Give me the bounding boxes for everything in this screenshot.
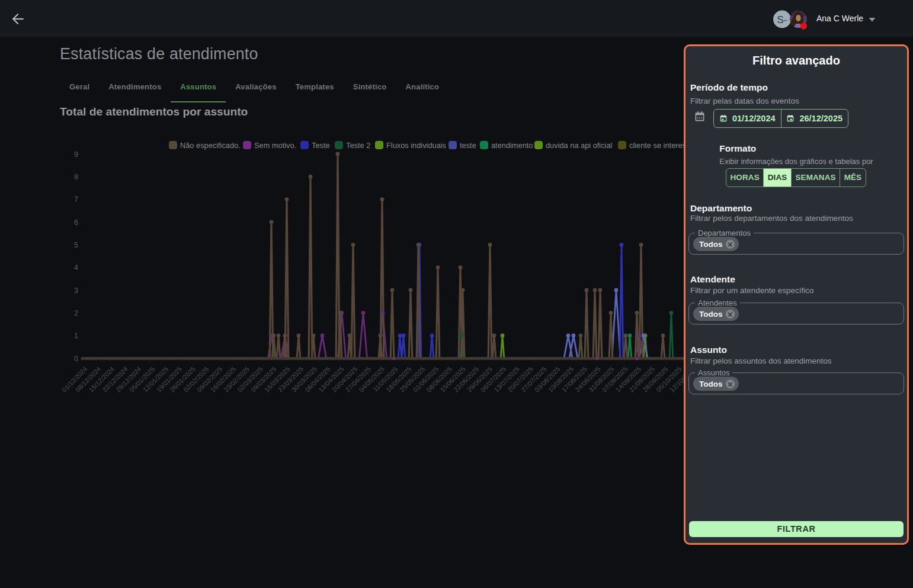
svg-text:1: 1 [74, 332, 78, 340]
svg-text:7: 7 [74, 195, 78, 204]
svg-text:0: 0 [74, 355, 78, 363]
svg-text:8: 8 [74, 173, 78, 181]
svg-text:duvida na api oficial: duvida na api oficial [546, 141, 612, 150]
svg-text:S-: S- [777, 14, 787, 25]
svg-text:9: 9 [74, 150, 78, 159]
svg-text:Não especificado.: Não especificado. [180, 141, 241, 150]
svg-text:Teste: Teste [312, 141, 330, 150]
svg-text:Teste 2: Teste 2 [346, 141, 370, 150]
svg-text:4: 4 [74, 264, 78, 272]
svg-text:6: 6 [74, 219, 78, 227]
svg-text:Sem motivo.: Sem motivo. [254, 141, 296, 150]
svg-text:2: 2 [74, 309, 78, 317]
svg-text:5: 5 [74, 241, 78, 249]
svg-text:teste: teste [460, 141, 476, 150]
svg-text:atendimento: atendimento [491, 141, 533, 150]
svg-text:Fluxos individuais: Fluxos individuais [386, 141, 446, 150]
svg-text:3: 3 [74, 287, 78, 295]
